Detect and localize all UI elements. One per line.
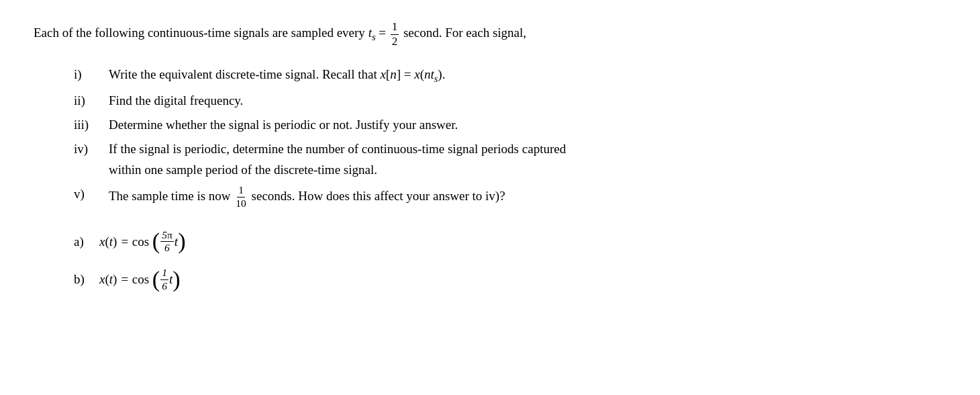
cos-a: cos	[132, 232, 149, 252]
list-item-v: v) The sample time is now 110 seconds. H…	[74, 184, 946, 210]
signal-b-expr: x(t) = cos (16t)	[99, 267, 181, 292]
cos-b: cos	[132, 269, 149, 290]
content-ii: Find the digital frequency.	[109, 91, 946, 111]
content-iv: If the signal is periodic, determine the…	[109, 139, 946, 180]
signal-a-x: x	[99, 232, 105, 252]
signal-a: a) x(t) = cos (5π6t)	[74, 229, 946, 255]
label-i: i)	[74, 64, 109, 87]
open-paren-a: (	[152, 231, 160, 252]
label-ii: ii)	[74, 91, 109, 111]
main-statement: Each of the following continuous-time si…	[34, 20, 946, 48]
signal-label-b: b)	[74, 269, 99, 290]
signal-a-expr: x(t) = cos (5π6t)	[99, 229, 186, 255]
list-items: i) Write the equivalent discrete-time si…	[74, 64, 946, 210]
text-before-ts: Each of the following continuous-time si…	[34, 26, 369, 40]
label-v: v)	[74, 184, 109, 210]
close-paren-b: )	[173, 269, 180, 290]
text-after: second. For each signal,	[400, 26, 526, 40]
ts-variable: ts	[369, 26, 376, 40]
list-item-i: i) Write the equivalent discrete-time si…	[74, 64, 946, 87]
label-iii: iii)	[74, 115, 109, 135]
half-fraction: 12	[391, 20, 399, 48]
content-i: Write the equivalent discrete-time signa…	[109, 64, 946, 87]
list-item-iii: iii) Determine whether the signal is per…	[74, 115, 946, 135]
list-item-ii: ii) Find the digital frequency.	[74, 91, 946, 111]
signal-b-fraction: 16	[160, 267, 168, 292]
signal-b: b) x(t) = cos (16t)	[74, 267, 946, 292]
tenth-fraction: 110	[234, 184, 248, 210]
list-item-iv: iv) If the signal is periodic, determine…	[74, 139, 946, 180]
signal-label-a: a)	[74, 232, 99, 252]
signals-section: a) x(t) = cos (5π6t) b) x(t) = cos (16t)	[74, 229, 946, 293]
close-paren-a: )	[178, 231, 185, 252]
content-iii: Determine whether the signal is periodic…	[109, 115, 946, 135]
signal-a-fraction: 5π6	[160, 229, 174, 255]
content-v: The sample time is now 110 seconds. How …	[109, 184, 946, 210]
open-paren-b: (	[152, 269, 160, 290]
signal-b-x: x	[99, 269, 105, 290]
equals-sign: =	[375, 26, 389, 40]
label-iv: iv)	[74, 139, 109, 180]
